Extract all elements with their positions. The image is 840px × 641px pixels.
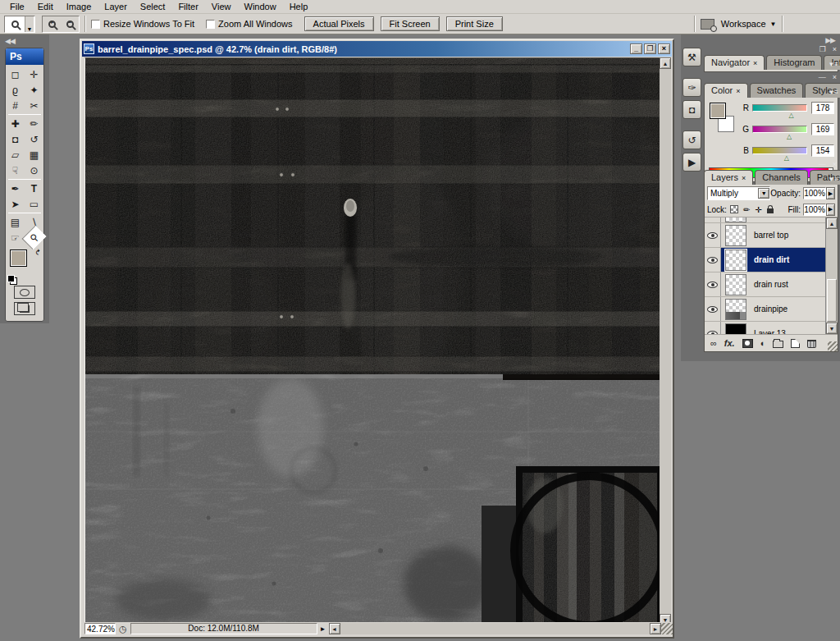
green-slider-thumb[interactable]: △ (787, 133, 792, 140)
menu-view[interactable]: View (205, 1, 238, 12)
fit-screen-button[interactable]: Fit Screen (381, 16, 440, 31)
menu-select[interactable]: Select (134, 1, 172, 12)
type-tool[interactable]: T (25, 181, 43, 196)
tab-close-icon[interactable]: × (736, 87, 740, 95)
tool-preset-picker[interactable]: ▼ (4, 16, 35, 33)
zoom-percentage-field[interactable]: 42.72% (84, 623, 116, 634)
resize-grip[interactable] (661, 623, 673, 634)
tab-close-icon[interactable]: × (742, 174, 746, 182)
close-button[interactable]: × (658, 43, 670, 54)
document-title-bar[interactable]: Ps barrel_drainpipe_spec.psd @ 42.7% (dr… (82, 41, 672, 57)
green-slider[interactable]: △ (752, 126, 807, 133)
layer-row-drain-rust[interactable]: drain rust (705, 272, 825, 297)
layer-thumbnail[interactable] (725, 225, 746, 246)
smudge-tool[interactable]: ☟ (6, 163, 25, 178)
move-tool[interactable]: ✛ (25, 66, 43, 82)
blend-mode-dropdown-icon[interactable]: ▼ (758, 188, 769, 199)
tab-histogram[interactable]: Histogram (766, 55, 822, 70)
panel-menu-icon[interactable]: ▼≡ (828, 176, 838, 183)
tab-navigator[interactable]: Navigator× (704, 55, 765, 70)
maximize-button[interactable]: ❐ (644, 43, 656, 54)
pen-tool[interactable]: ✒ (6, 181, 25, 196)
menu-edit[interactable]: Edit (31, 1, 60, 12)
panel-close-icon[interactable]: × (833, 45, 837, 53)
menu-help[interactable]: Help (283, 1, 315, 12)
brush-tool[interactable]: ✏ (25, 116, 43, 131)
foreground-color-swatch[interactable] (10, 250, 27, 267)
red-value-field[interactable]: 178 (811, 102, 834, 114)
collapse-dock-icon[interactable]: ▶▶ (825, 36, 835, 44)
zoom-all-windows-checkbox[interactable]: Zoom All Windows (206, 19, 292, 29)
menu-filter[interactable]: Filter (171, 1, 204, 12)
gradient-tool[interactable]: ▦ (25, 147, 43, 163)
add-mask-icon[interactable] (742, 339, 753, 348)
visibility-toggle[interactable] (705, 223, 721, 247)
clone-stamp-tool[interactable]: ◘ (6, 131, 25, 147)
zoom-out-button[interactable]: − (61, 16, 79, 32)
document-canvas[interactable] (84, 57, 663, 625)
menu-image[interactable]: Image (60, 1, 98, 12)
tab-swatches[interactable]: Swatches (750, 83, 804, 98)
minimize-button[interactable]: _ (630, 43, 642, 54)
fill-field[interactable]: 100% (803, 204, 826, 216)
visibility-toggle[interactable] (705, 297, 721, 321)
menu-layer[interactable]: Layer (98, 1, 134, 12)
scroll-up-icon[interactable]: ▲ (660, 57, 671, 69)
panel-close-icon[interactable]: × (833, 160, 837, 168)
collapse-dock-icon[interactable]: ◀◀ (0, 34, 49, 45)
scrollbar-thumb[interactable] (827, 279, 837, 322)
link-layers-icon[interactable]: ∞ (710, 338, 717, 348)
panel-restore-icon[interactable]: ❐ (819, 45, 826, 53)
opacity-slider-icon[interactable]: ▶ (826, 187, 835, 199)
red-slider-thumb[interactable]: △ (789, 112, 794, 119)
history-icon[interactable]: ↺ (682, 130, 701, 149)
path-selection-tool[interactable]: ➤ (6, 196, 25, 212)
vertical-scrollbar[interactable]: ▲ ▼ (660, 57, 671, 625)
menu-file[interactable]: File (3, 1, 31, 12)
new-layer-icon[interactable] (791, 339, 800, 348)
shape-tool[interactable]: ▭ (25, 196, 43, 212)
scroll-right-icon[interactable]: ► (650, 623, 661, 634)
layer-row-layer-13[interactable]: Layer 13 (705, 322, 825, 334)
resize-windows-checkbox[interactable]: Resize Windows To Fit (91, 19, 194, 29)
crop-tool[interactable]: # (6, 98, 25, 113)
print-size-button[interactable]: Print Size (446, 16, 503, 31)
magic-wand-tool[interactable]: ✦ (25, 82, 43, 98)
rectangular-marquee-tool[interactable]: ◻ (6, 66, 25, 82)
scroll-down-icon[interactable]: ▼ (826, 323, 838, 334)
lasso-tool[interactable]: ϱ (6, 82, 25, 98)
screen-mode-button[interactable] (14, 302, 35, 315)
notes-tool[interactable]: ▤ (6, 214, 25, 230)
menu-window[interactable]: Window (238, 1, 283, 12)
layer-list-scrollbar[interactable]: ▲ ▼ (826, 217, 838, 334)
layer-thumbnail[interactable] (725, 274, 746, 295)
blue-slider[interactable]: △ (752, 147, 807, 154)
tool-presets-icon[interactable]: ⚒ (682, 48, 701, 66)
dodge-tool[interactable]: ⊙ (25, 163, 43, 178)
adjustment-layer-icon[interactable]: ◐ (760, 338, 766, 348)
workspace-control[interactable]: Workspace ▼ (701, 19, 777, 30)
panel-close-icon[interactable]: × (833, 73, 837, 81)
tab-color[interactable]: Color× (704, 83, 748, 98)
bridge-icon[interactable] (701, 19, 714, 30)
swap-colors-icon[interactable]: ↷ (34, 249, 43, 255)
foreground-color-swatch[interactable] (710, 103, 726, 119)
blue-value-field[interactable]: 154 (811, 144, 834, 157)
scroll-up-icon[interactable]: ▲ (826, 217, 838, 229)
layer-thumbnail[interactable] (725, 250, 746, 271)
lock-transparency-icon[interactable] (730, 205, 738, 213)
lock-pixels-icon[interactable]: ✏ (743, 205, 750, 214)
quick-mask-button[interactable] (14, 286, 35, 299)
layer-thumbnail[interactable] (725, 323, 746, 335)
zoom-in-button[interactable]: + (43, 16, 61, 32)
visibility-toggle[interactable] (705, 272, 721, 296)
slice-tool[interactable]: ✂ (25, 98, 43, 113)
eraser-tool[interactable]: ▱ (6, 147, 25, 163)
layer-row[interactable] (705, 217, 825, 223)
actual-pixels-button[interactable]: Actual Pixels (304, 16, 374, 31)
panel-resize-grip[interactable] (828, 341, 838, 351)
layer-thumbnail[interactable] (725, 299, 746, 320)
lock-all-icon[interactable] (767, 208, 774, 213)
visibility-toggle[interactable] (705, 322, 721, 334)
new-group-icon[interactable] (773, 338, 783, 348)
